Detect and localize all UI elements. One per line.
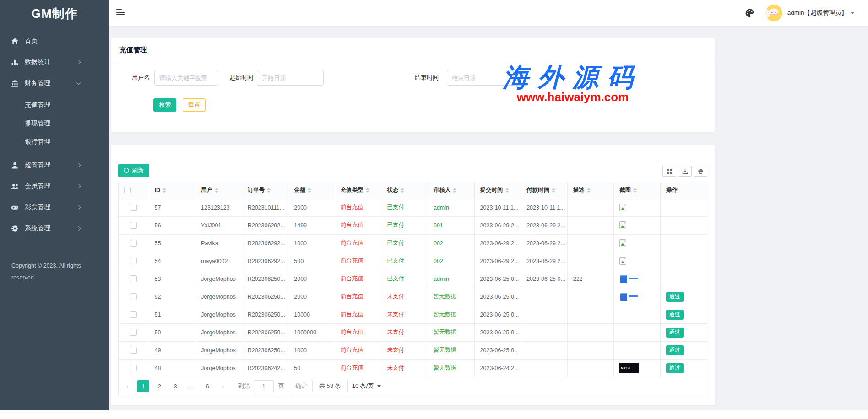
cell-action — [660, 234, 707, 252]
row-checkbox[interactable] — [130, 365, 137, 371]
row-checkbox[interactable] — [130, 240, 137, 247]
confirm-button[interactable]: 确定 — [290, 380, 313, 392]
sidebar-nav: 首页 数据统计 财务管理 充值管理 — [0, 27, 109, 239]
column-header[interactable] — [119, 182, 149, 199]
sidebar-item-admins[interactable]: 超管管理 — [0, 155, 109, 176]
cell-pay-time: 2023-06-25 0... — [521, 270, 568, 288]
column-header[interactable]: 审核人 — [428, 182, 474, 199]
screenshot-thumbnail[interactable] — [619, 291, 640, 302]
column-header[interactable]: ID — [149, 182, 195, 199]
sort-icon[interactable] — [366, 188, 369, 193]
user-avatar[interactable] — [765, 5, 782, 21]
cell-recharge-type: 前台充值 — [335, 252, 381, 270]
column-header[interactable]: 截图 — [614, 182, 661, 199]
sidebar-item-bank[interactable]: 银行管理 — [0, 133, 109, 151]
sidebar-item-recharge[interactable]: 充值管理 — [0, 96, 109, 114]
screenshot-thumbnail[interactable] — [619, 257, 626, 265]
home-icon — [11, 38, 19, 45]
cell-recharge-type: 前台充值 — [335, 306, 381, 323]
page-button[interactable]: 3 — [169, 380, 181, 392]
column-header[interactable]: 操作 — [660, 182, 707, 199]
sort-icon[interactable] — [552, 188, 555, 193]
row-checkbox[interactable] — [130, 293, 137, 300]
column-header[interactable]: 订单号 — [242, 182, 288, 199]
sort-icon[interactable] — [401, 188, 404, 193]
column-header[interactable]: 提交时间 — [474, 182, 521, 199]
page-unit-label: 页 — [278, 382, 284, 390]
column-header[interactable]: 付款时间 — [521, 182, 568, 199]
username-input[interactable] — [154, 70, 218, 86]
cell-amount: 2000 — [288, 270, 335, 288]
row-checkbox[interactable] — [130, 204, 137, 211]
sidebar-item-finance[interactable]: 财务管理 — [0, 73, 109, 94]
brand-logo: GM制作 — [0, 0, 109, 27]
sort-icon[interactable] — [505, 188, 509, 193]
theme-palette-icon[interactable] — [745, 8, 754, 18]
column-label: 截图 — [619, 187, 631, 193]
sort-icon[interactable] — [308, 188, 311, 193]
approve-button[interactable]: 通过 — [666, 328, 684, 338]
page-button[interactable]: ... — [185, 380, 197, 392]
end-date-input[interactable] — [447, 70, 514, 86]
print-button[interactable] — [694, 166, 707, 177]
screenshot-thumbnail[interactable] — [619, 274, 640, 285]
reset-button[interactable]: 重置 — [183, 98, 206, 112]
row-checkbox[interactable] — [130, 329, 137, 336]
sort-icon[interactable] — [215, 188, 218, 193]
page-button[interactable]: 2 — [153, 380, 165, 392]
cell-order: R202306250... — [242, 323, 288, 341]
sidebar-item-withdraw[interactable]: 提现管理 — [0, 114, 109, 133]
sidebar-item-stats[interactable]: 数据统计 — [0, 52, 109, 73]
column-header[interactable]: 状态 — [381, 182, 428, 199]
column-header[interactable]: 用户 — [195, 182, 242, 199]
sort-icon[interactable] — [267, 188, 271, 193]
screenshot-thumbnail[interactable] — [619, 221, 626, 229]
screenshot-thumbnail[interactable] — [619, 239, 626, 247]
column-label: ID — [155, 187, 161, 193]
cell-auditor: 001 — [428, 216, 474, 234]
column-header[interactable]: 充值类型 — [335, 182, 381, 199]
sort-icon[interactable] — [633, 188, 637, 193]
cell-description: 222 — [567, 270, 614, 288]
gear-icon — [11, 225, 19, 232]
refresh-button[interactable]: 刷新 — [118, 164, 149, 177]
top-bar: admin【超级管理员】 — [109, 0, 868, 26]
cell-submit-time: 2023-06-29 2... — [474, 234, 521, 252]
screenshot-thumbnail[interactable]: NYSE — [619, 363, 639, 373]
user-menu[interactable]: admin【超级管理员】 — [787, 9, 854, 17]
row-checkbox[interactable] — [130, 222, 137, 229]
sort-icon[interactable] — [587, 188, 591, 193]
sort-icon[interactable] — [163, 188, 166, 193]
sidebar-item-system[interactable]: 系统管理 — [0, 218, 109, 239]
cell-recharge-type: 前台充值 — [335, 199, 381, 216]
row-checkbox[interactable] — [130, 258, 137, 264]
row-checkbox[interactable] — [130, 311, 137, 318]
sidebar-item-members[interactable]: 会员管理 — [0, 176, 109, 197]
cell-screenshot — [614, 234, 661, 252]
column-header[interactable]: 描述 — [567, 182, 614, 199]
cell-order: R202306292... — [242, 252, 288, 270]
export-button[interactable] — [678, 166, 692, 177]
sort-icon[interactable] — [453, 188, 456, 193]
column-header[interactable]: 金额 — [288, 182, 335, 199]
goto-page-input[interactable] — [254, 380, 274, 392]
page-button[interactable]: ‹ — [121, 380, 133, 392]
approve-button[interactable]: 通过 — [666, 345, 684, 355]
row-checkbox[interactable] — [130, 275, 137, 282]
search-button[interactable]: 检索 — [153, 98, 176, 112]
page-button[interactable]: 1 — [137, 380, 149, 392]
page-button[interactable]: › — [217, 380, 229, 392]
page-button[interactable]: 6 — [201, 380, 213, 392]
approve-button[interactable]: 通过 — [666, 310, 684, 320]
sidebar-item-lottery[interactable]: 彩票管理 — [0, 197, 109, 218]
menu-toggle-icon[interactable] — [116, 9, 125, 16]
row-checkbox[interactable] — [130, 347, 137, 354]
approve-button[interactable]: 通过 — [666, 363, 684, 373]
sidebar-item-home[interactable]: 首页 — [0, 31, 109, 52]
filter-columns-button[interactable] — [662, 166, 676, 177]
screenshot-thumbnail[interactable] — [619, 204, 626, 211]
page-size-select[interactable]: 10 条/页 — [347, 380, 385, 392]
select-all-checkbox[interactable] — [124, 187, 131, 193]
approve-button[interactable]: 通过 — [666, 292, 684, 302]
start-date-input[interactable] — [257, 70, 324, 86]
